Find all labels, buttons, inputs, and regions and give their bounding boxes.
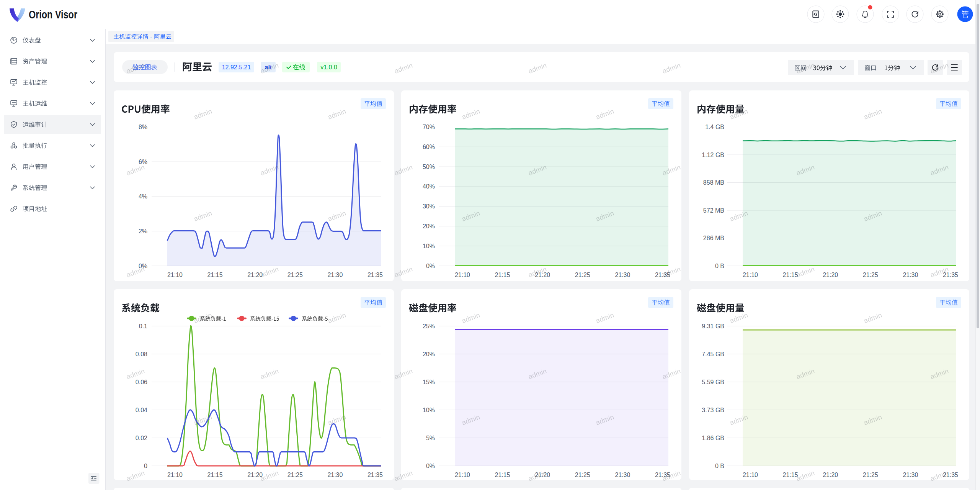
svg-text:50%: 50% — [423, 164, 435, 170]
svg-text:1.86 GB: 1.86 GB — [702, 435, 724, 441]
svg-text:21:20: 21:20 — [535, 472, 550, 478]
svg-text:30%: 30% — [423, 203, 435, 210]
svg-text:15%: 15% — [423, 379, 435, 385]
svg-text:0.08: 0.08 — [136, 351, 147, 357]
svg-text:21:20: 21:20 — [823, 272, 838, 278]
svg-text:21:20: 21:20 — [247, 472, 263, 478]
svg-text:21:30: 21:30 — [615, 272, 630, 278]
svg-text:21:25: 21:25 — [287, 472, 303, 478]
svg-text:21:25: 21:25 — [863, 272, 878, 278]
svg-text:21:15: 21:15 — [783, 472, 798, 478]
svg-text:21:30: 21:30 — [615, 472, 630, 478]
svg-text:0%: 0% — [426, 463, 435, 469]
svg-text:40%: 40% — [423, 183, 435, 190]
svg-text:21:10: 21:10 — [455, 272, 470, 278]
svg-text:21:35: 21:35 — [368, 472, 383, 478]
svg-text:0.02: 0.02 — [136, 435, 147, 441]
svg-text:21:10: 21:10 — [167, 272, 183, 278]
svg-text:7.45 GB: 7.45 GB — [702, 351, 724, 357]
svg-text:70%: 70% — [423, 124, 435, 130]
svg-text:9.31 GB: 9.31 GB — [702, 323, 724, 329]
svg-text:0 B: 0 B — [715, 263, 724, 269]
svg-text:21:35: 21:35 — [655, 272, 670, 278]
svg-text:21:15: 21:15 — [495, 272, 510, 278]
svg-text:286 MB: 286 MB — [703, 235, 724, 241]
svg-text:20%: 20% — [423, 223, 435, 229]
svg-text:60%: 60% — [423, 144, 435, 150]
svg-text:21:30: 21:30 — [903, 272, 918, 278]
svg-text:5%: 5% — [426, 435, 435, 441]
svg-text:0.06: 0.06 — [136, 379, 147, 385]
svg-text:20%: 20% — [423, 351, 435, 357]
svg-text:v1.0.0: v1.0.0 — [320, 64, 337, 70]
svg-text:21:35: 21:35 — [655, 472, 670, 478]
svg-text:21:30: 21:30 — [327, 272, 343, 278]
svg-text:1.12 GB: 1.12 GB — [702, 152, 724, 158]
svg-text:21:15: 21:15 — [207, 472, 223, 478]
svg-text:21:20: 21:20 — [823, 472, 838, 478]
svg-text:21:35: 21:35 — [943, 272, 958, 278]
svg-text:21:10: 21:10 — [455, 472, 470, 478]
svg-text:21:15: 21:15 — [495, 472, 510, 478]
svg-text:0 B: 0 B — [715, 463, 724, 469]
svg-text:6%: 6% — [139, 159, 147, 165]
svg-text:4%: 4% — [139, 193, 147, 200]
svg-text:2%: 2% — [139, 228, 147, 234]
svg-text:10%: 10% — [423, 243, 435, 249]
svg-text:5.59 GB: 5.59 GB — [702, 379, 724, 385]
svg-text:21:25: 21:25 — [575, 472, 590, 478]
svg-text:21:20: 21:20 — [535, 272, 550, 278]
svg-text:0.04: 0.04 — [136, 407, 147, 413]
svg-text:21:10: 21:10 — [167, 472, 183, 478]
svg-text:21:35: 21:35 — [943, 472, 958, 478]
svg-text:0%: 0% — [139, 263, 147, 269]
svg-text:21:25: 21:25 — [287, 272, 303, 278]
svg-text:21:25: 21:25 — [863, 472, 878, 478]
svg-text:21:15: 21:15 — [783, 272, 798, 278]
svg-text:21:30: 21:30 — [327, 472, 343, 478]
svg-text:21:35: 21:35 — [368, 272, 383, 278]
svg-text:21:25: 21:25 — [575, 272, 590, 278]
svg-text:1.4 GB: 1.4 GB — [705, 124, 724, 130]
svg-text:10%: 10% — [423, 407, 435, 413]
svg-text:21:10: 21:10 — [743, 472, 758, 478]
svg-text:858 MB: 858 MB — [703, 179, 724, 186]
svg-text:0%: 0% — [426, 263, 435, 269]
svg-text:25%: 25% — [423, 323, 435, 329]
svg-text:12.92.5.21: 12.92.5.21 — [222, 64, 251, 70]
svg-text:572 MB: 572 MB — [703, 207, 724, 214]
svg-text:21:15: 21:15 — [207, 272, 223, 278]
svg-text:3.73 GB: 3.73 GB — [702, 407, 724, 413]
svg-text:0.1: 0.1 — [139, 323, 147, 329]
svg-text:0: 0 — [144, 463, 147, 469]
svg-text:ali: ali — [265, 64, 272, 70]
svg-text:21:20: 21:20 — [247, 272, 263, 278]
svg-text:21:30: 21:30 — [903, 472, 918, 478]
svg-text:21:10: 21:10 — [743, 272, 758, 278]
svg-text:8%: 8% — [139, 124, 147, 130]
